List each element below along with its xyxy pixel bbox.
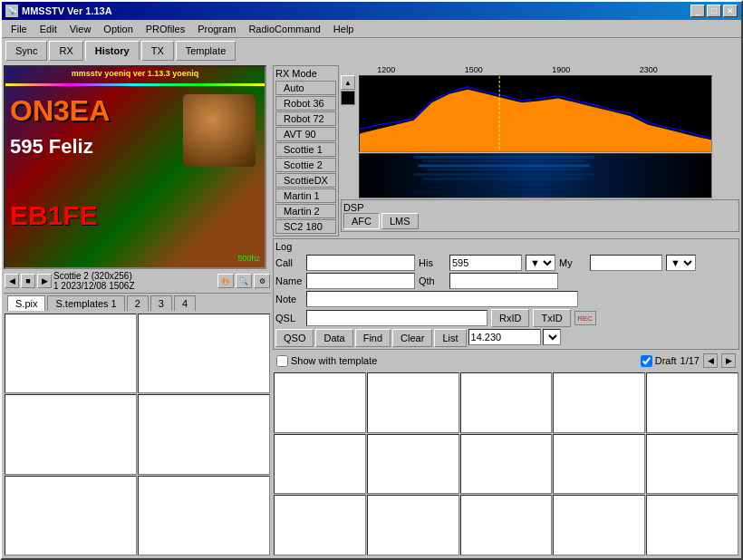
dsp-afc-button[interactable]: AFC — [343, 213, 380, 229]
qso-button[interactable]: QSO — [275, 329, 314, 347]
thumbnail-3[interactable] — [5, 394, 137, 474]
name-label: Name — [275, 275, 303, 286]
find-button[interactable]: Find — [355, 329, 391, 347]
thumbnail-6[interactable] — [138, 476, 270, 555]
clear-button[interactable]: Clear — [392, 329, 432, 347]
zoom-btn[interactable]: 🔍 — [236, 274, 252, 288]
thumb-r12[interactable] — [367, 495, 459, 555]
thumb-r7[interactable] — [367, 434, 459, 495]
menu-program[interactable]: Program — [192, 23, 241, 35]
mode-martin1[interactable]: Martin 1 — [275, 188, 336, 203]
next-image-button[interactable]: ▶ — [37, 274, 52, 288]
menu-profiles[interactable]: PROfiles — [140, 23, 190, 35]
data-button[interactable]: Data — [315, 329, 352, 347]
tab-stemplates4[interactable]: 4 — [174, 295, 196, 311]
freq-scale: 1200 1500 1900 2300 — [341, 65, 694, 74]
thumb-r9[interactable] — [553, 434, 645, 495]
thumb-r6[interactable] — [274, 434, 366, 495]
tab-stemplates1[interactable]: S.templates 1 — [47, 295, 124, 311]
rx-mode-title: RX Mode — [275, 68, 336, 79]
menu-bar: File Edit View Option PROfiles Program R… — [2, 20, 741, 38]
his-input[interactable] — [449, 255, 522, 271]
qth-input[interactable] — [449, 273, 558, 289]
svg-rect-10 — [419, 182, 590, 184]
preview-extra: 500hz — [237, 254, 260, 263]
his-select[interactable]: ▼ — [526, 255, 555, 271]
next-page-button[interactable]: ▶ — [721, 353, 736, 368]
thumb-r14[interactable] — [553, 495, 645, 555]
side-btn-1[interactable]: ▲ — [341, 75, 355, 90]
list-button[interactable]: List — [434, 329, 466, 347]
freq-input[interactable] — [468, 329, 541, 345]
top-row: RX Mode Auto Robot 36 Robot 72 AVT 90 Sc… — [273, 65, 739, 237]
mode-sc2180[interactable]: SC2 180 — [275, 219, 336, 234]
maximize-button[interactable]: □ — [707, 5, 721, 17]
nav-stop-button[interactable]: ■ — [21, 274, 35, 288]
tab-template[interactable]: Template — [176, 41, 236, 61]
note-input[interactable] — [306, 291, 578, 307]
thumb-r3[interactable] — [460, 372, 553, 433]
svg-rect-11 — [428, 187, 581, 189]
thumb-r5[interactable] — [646, 372, 738, 433]
tab-history[interactable]: History — [85, 41, 140, 61]
tab-stemplates2[interactable]: 2 — [127, 295, 149, 311]
thumbnail-1[interactable] — [5, 314, 137, 393]
my-input[interactable] — [590, 255, 662, 271]
tab-stemplates3[interactable]: 3 — [150, 295, 172, 311]
my-select[interactable]: ▼ — [666, 255, 696, 271]
app-icon: 📡 — [5, 5, 18, 17]
thumb-r2[interactable] — [367, 372, 459, 433]
mode-auto[interactable]: Auto — [275, 81, 336, 95]
qsl-input[interactable] — [306, 310, 487, 326]
log-title: Log — [275, 241, 737, 252]
thumbnail-5[interactable] — [5, 476, 137, 555]
tab-rx[interactable]: RX — [49, 41, 82, 61]
mode-avt90[interactable]: AVT 90 — [275, 127, 336, 141]
mode-martin2[interactable]: Martin 2 — [275, 204, 336, 218]
name-input[interactable] — [306, 273, 415, 289]
show-template-checkbox[interactable] — [276, 355, 288, 367]
rec-button[interactable]: REC — [574, 311, 596, 325]
prev-image-button[interactable]: ◀ — [5, 274, 19, 288]
tab-tx[interactable]: TX — [141, 41, 174, 61]
menu-file[interactable]: File — [5, 23, 33, 35]
thumb-r11[interactable] — [274, 495, 366, 555]
freq-2300: 2300 — [640, 65, 658, 74]
menu-edit[interactable]: Edit — [34, 23, 63, 35]
menu-view[interactable]: View — [64, 23, 97, 35]
thumb-r8[interactable] — [460, 434, 553, 495]
thumbnail-4[interactable] — [138, 394, 270, 474]
menu-radiocommand[interactable]: RadioCommand — [243, 23, 325, 35]
txid-button[interactable]: TxID — [533, 309, 570, 327]
thumb-r15[interactable] — [646, 495, 738, 555]
menu-help[interactable]: Help — [328, 23, 360, 35]
close-button[interactable]: ✕ — [723, 5, 738, 17]
mode-scottiedx[interactable]: ScottieDX — [275, 173, 336, 188]
draft-checkbox[interactable] — [641, 355, 652, 367]
tab-spix[interactable]: S.pix — [7, 295, 45, 311]
tab-sync[interactable]: Sync — [5, 41, 47, 61]
thumbnail-2[interactable] — [138, 314, 270, 393]
minimize-button[interactable]: _ — [690, 5, 705, 17]
mode-scottie2[interactable]: Scottie 2 — [275, 158, 336, 172]
mode-robot36[interactable]: Robot 36 — [275, 96, 336, 111]
mode-robot72[interactable]: Robot 72 — [275, 111, 336, 126]
call-input[interactable] — [306, 255, 415, 271]
dsp-lms-button[interactable]: LMS — [381, 213, 419, 229]
thumb-r4[interactable] — [553, 372, 645, 433]
thumb-r13[interactable] — [460, 495, 553, 555]
thumb-r1[interactable] — [274, 372, 366, 433]
mode-scottie1[interactable]: Scottie 1 — [275, 142, 336, 157]
color-btn[interactable]: 🎨 — [217, 274, 234, 288]
freq-select[interactable]: ▼ — [543, 329, 561, 345]
log-row-note: Note — [275, 291, 737, 307]
thumb-r10[interactable] — [646, 434, 738, 495]
log-row-call: Call His ▼ My ▼ — [275, 255, 737, 271]
menu-option[interactable]: Option — [98, 23, 138, 35]
rxid-button[interactable]: RxID — [491, 309, 529, 327]
image-mode: Scottie 2 (320x256) — [53, 271, 216, 281]
toolbar: Sync RX History TX Template — [2, 38, 741, 63]
options-btn[interactable]: ⚙ — [254, 274, 270, 288]
prev-page-button[interactable]: ◀ — [703, 353, 718, 368]
log-row-qsl: QSL RxID TxID REC — [275, 309, 737, 327]
